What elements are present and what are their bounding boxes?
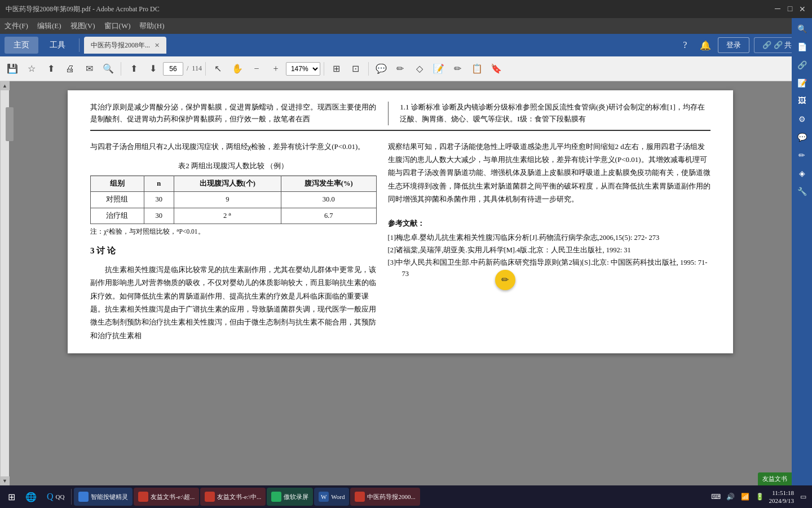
taskbar-screen-button[interactable]: 傲软录屏 <box>267 488 313 506</box>
sidebar-edit-icon[interactable]: 📝 <box>793 75 810 91</box>
table-intro-text: 与四君子汤合用组只有2人出现腹泻症状，两组经χ检验，差异有统计学意义(P<0.0… <box>90 140 377 153</box>
sidebar-image-icon[interactable]: 🖼 <box>793 93 810 110</box>
scroll-thumb[interactable] <box>6 107 14 141</box>
save-button[interactable]: 💾 <box>3 60 21 78</box>
minimize-button[interactable]: ─ <box>774 5 782 13</box>
taskbar-word-button[interactable]: W Word <box>314 488 349 506</box>
sidebar-pen-icon[interactable]: ✏ <box>793 147 810 164</box>
keyjing-label: 智能按键精灵 <box>91 493 128 501</box>
notification-button[interactable]: 🔔 <box>698 37 713 53</box>
main-content: ▲ ▼ 其治疗原则是减少胃酸分泌，保护胃黏膜，促进胃肠蠕动，促进排空。现西医主要… <box>0 81 792 485</box>
col-n: n <box>144 176 174 192</box>
youyi2-icon <box>205 492 215 502</box>
draw-button[interactable]: ◇ <box>411 60 429 78</box>
sys-icon-3[interactable]: 📶 <box>739 491 751 502</box>
title-bar: 中医药导报2008年第09期.pdf - Adobe Acrobat Pro D… <box>0 0 812 18</box>
word-icon: W <box>319 492 329 502</box>
pdf-page: 其治疗原则是减少胃酸分泌，保护胃黏膜，促进胃肠蠕动，促进排空。现西医主要使用的是… <box>68 90 733 353</box>
sys-icon-1[interactable]: ⌨ <box>710 491 721 502</box>
cell-group-treatment: 治疗组 <box>91 208 144 224</box>
sys-icon-2[interactable]: 🔊 <box>725 491 736 502</box>
zoom-in-button[interactable]: + <box>267 60 285 78</box>
zoom-out-button[interactable]: − <box>248 60 266 78</box>
col-diarrhea-rate: 腹泻发生率(%) <box>281 176 376 192</box>
top-left-text: 其治疗原则是减少胃酸分泌，保护胃黏膜，促进胃肠蠕动，促进排空。现西医主要使用的是… <box>90 102 377 125</box>
menu-help[interactable]: 帮助(H) <box>139 21 164 31</box>
prev-page-button[interactable]: ⬆ <box>125 60 143 78</box>
youyi1-icon <box>138 492 148 502</box>
maximize-button[interactable]: □ <box>786 5 794 13</box>
reading-mode-button[interactable]: ⊡ <box>347 60 365 78</box>
taskbar-ie-button[interactable]: 🌐 <box>21 488 41 506</box>
tools-tab[interactable]: 工具 <box>41 37 74 54</box>
comment-button[interactable]: 💬 <box>372 60 390 78</box>
stamp-button[interactable]: 📝 <box>430 60 448 78</box>
page-number-input[interactable] <box>163 62 183 76</box>
taskbar-separator <box>71 489 72 505</box>
close-button[interactable]: ✕ <box>798 5 806 13</box>
taskbar-qq-button[interactable]: Q QQ <box>42 488 69 506</box>
text-tool-button[interactable]: 📋 <box>468 60 486 78</box>
hand-tool-button[interactable]: ✋ <box>228 60 246 78</box>
taskbar-youyi1-button[interactable]: 友益文书-e:\超... <box>134 488 199 506</box>
tab-divider <box>79 38 80 52</box>
help-button[interactable]: ? <box>677 37 693 53</box>
email-button[interactable]: ✉ <box>80 60 98 78</box>
sidebar-measure-icon[interactable]: ◈ <box>793 165 810 182</box>
top-right-paragraph: 1.1 诊断标准 诊断及内镜诊断分级标准参照全国反流性食管病(炎)研讨会制定的标… <box>400 102 710 125</box>
bookmark-add-button[interactable]: 🔖 <box>487 60 505 78</box>
pencil-button[interactable]: ✏ <box>449 60 467 78</box>
cell-n-control: 30 <box>144 192 174 208</box>
table-note: 注：χ²检验，与对照组比较，ᵃP<0.01。 <box>90 226 377 238</box>
upload-button[interactable]: ⬆ <box>42 60 60 78</box>
youyi2-label: 友益文书-e:\中... <box>217 493 261 501</box>
top-left-paragraph: 其治疗原则是减少胃酸分泌，保护胃黏膜，促进胃肠蠕动，促进排空。现西医主要使用的是… <box>90 102 377 125</box>
bookmark-button[interactable]: ☆ <box>23 60 41 78</box>
layout-button[interactable]: ⊞ <box>328 60 346 78</box>
sidebar-tool-icon[interactable]: 🔧 <box>793 183 810 200</box>
print-button[interactable]: 🖨 <box>61 60 79 78</box>
start-button[interactable]: ⊞ <box>3 488 20 506</box>
next-page-button[interactable]: ⬇ <box>144 60 162 78</box>
cell-rate-control: 30.0 <box>281 192 376 208</box>
sidebar-page-icon[interactable]: 📄 <box>793 38 810 55</box>
ie-icon: 🌐 <box>25 492 37 502</box>
total-pages: 114 <box>192 64 202 73</box>
youyi-btn[interactable]: 友益文书 <box>758 472 792 485</box>
taskbar-keyjing-button[interactable]: 智能按键精灵 <box>74 488 133 506</box>
cursor-tool-button[interactable]: ↖ <box>209 60 227 78</box>
menu-window[interactable]: 窗口(W) <box>104 21 131 31</box>
scrollbar[interactable]: ▲ ▼ <box>0 81 9 485</box>
scroll-down-button[interactable]: ▼ <box>1 476 10 485</box>
pdf-icon <box>355 492 365 502</box>
screen-label: 傲软录屏 <box>284 493 308 501</box>
sidebar-settings-icon[interactable]: ⚙ <box>793 111 810 128</box>
zoom-select[interactable]: 147% 100% 75% 50% <box>286 62 320 76</box>
scroll-up-button[interactable]: ▲ <box>1 81 10 90</box>
sidebar-search-icon[interactable]: 🔍 <box>793 20 810 37</box>
right-column: 观察结果可知，四君子汤能使急性上呼吸道感染患儿平均痊愈时间缩短2 d左右，服用四… <box>388 140 710 343</box>
window-controls: ─ □ ✕ <box>774 5 806 13</box>
menu-file[interactable]: 文件(F) <box>5 21 28 31</box>
find-button[interactable]: 🔍 <box>99 60 117 78</box>
sidebar-link-icon[interactable]: 🔗 <box>793 56 810 73</box>
annotation-bubble[interactable] <box>495 270 515 290</box>
highlight-button[interactable]: ✏ <box>391 60 409 78</box>
taskbar: ⊞ 🌐 Q QQ 智能按键精灵 友益文书-e:\超... 友益文书-e:\中..… <box>0 485 812 508</box>
pdf-document-tab[interactable]: 中医药导报2008年... ✕ <box>84 37 166 54</box>
col-diarrhea-count: 出现腹泻人数(个) <box>174 176 281 192</box>
close-tab-button[interactable]: ✕ <box>155 42 160 49</box>
menu-edit[interactable]: 编辑(E) <box>37 21 61 31</box>
show-desktop-button[interactable]: ▭ <box>797 491 809 502</box>
menu-view[interactable]: 视图(V) <box>70 21 95 31</box>
col-group: 组别 <box>91 176 144 192</box>
sidebar-comment-icon[interactable]: 💬 <box>793 129 810 146</box>
taskbar-right-area: ⌨ 🔊 📶 🔋 11:51:18 2024/9/13 ▭ <box>710 489 809 505</box>
login-button[interactable]: 登录 <box>718 37 749 53</box>
battery-icon[interactable]: 🔋 <box>754 491 765 502</box>
screen-icon <box>271 492 281 502</box>
home-tab[interactable]: 主页 <box>5 37 38 54</box>
taskbar-pdf-button[interactable]: 中医药导报2000... <box>350 488 420 506</box>
taskbar-youyi2-button[interactable]: 友益文书-e:\中... <box>200 488 266 506</box>
separator-2 <box>205 62 206 76</box>
